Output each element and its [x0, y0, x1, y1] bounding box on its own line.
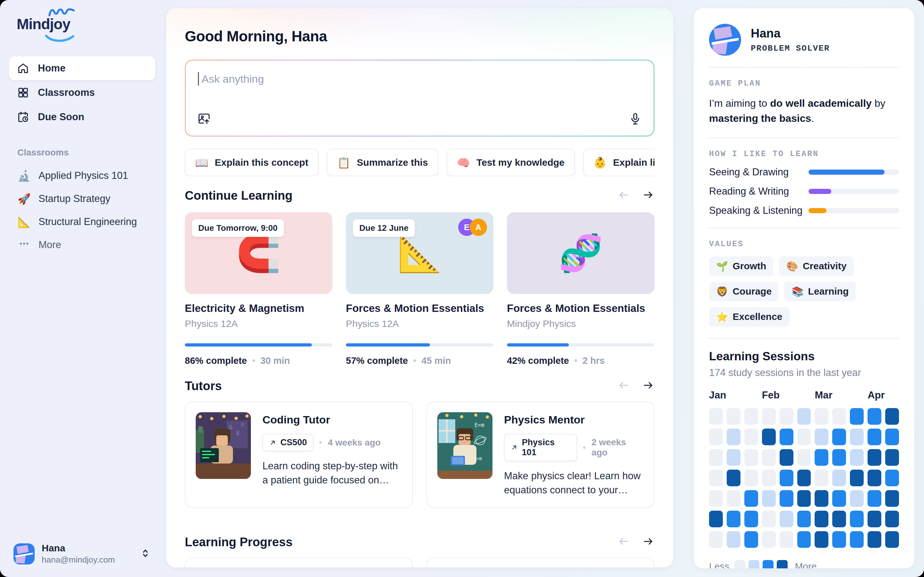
lesson-card[interactable]: Due 12 June E A 📐 Forces & Motion Essent…	[346, 212, 493, 366]
tutor-description: Learn coding step-by-step with a patient…	[262, 459, 402, 487]
values-label: VALUES	[709, 239, 899, 249]
chevron-up-down-icon	[140, 548, 151, 560]
due-badge: Due 12 June	[353, 219, 415, 237]
classroom-label: Structural Engineering	[39, 216, 137, 227]
sidebar-item-structural-engineering[interactable]: 📐 Structural Engineering	[9, 210, 155, 234]
lesson-thumbnail: 🧬	[507, 212, 654, 294]
tutor-last-used: 2 weeks ago	[591, 437, 644, 458]
heatmap-cell	[709, 429, 723, 445]
sidebar-item-home[interactable]: Home	[9, 56, 155, 80]
clipboard-icon: 📋	[337, 156, 351, 169]
heatmap-cell	[744, 490, 758, 507]
tutor-last-used: 4 weeks ago	[328, 438, 381, 448]
sidebar-item-startup-strategy[interactable]: 🚀 Startup Strategy	[9, 187, 155, 210]
heatmap-cell	[797, 408, 811, 425]
carousel-next-icon[interactable]	[642, 379, 654, 393]
learn-style-row: Speaking & Listening	[709, 205, 899, 216]
collaborator-avatars: E A	[458, 219, 487, 236]
sidebar-item-due-soon[interactable]: Due Soon	[9, 105, 155, 129]
chip-explain-like-im-5[interactable]: 👶 Explain like I’m 5	[583, 149, 654, 176]
game-plan-label: GAME PLAN	[709, 79, 899, 88]
leaderboard-card[interactable]: Leaderboard Time spent learning this wee…	[185, 558, 413, 567]
game-plan-text: I’m aiming to do well academically by ma…	[709, 96, 899, 126]
lesson-title: Forces & Motion Essentials	[507, 302, 654, 314]
lesson-card[interactable]: Due Tomorrow, 9:00 🧲 Electricity & Magne…	[185, 212, 333, 366]
tutor-card-coding[interactable]: Coding Tutor CS500 • 4 weeks ago Learn c…	[185, 401, 413, 508]
svg-text:E=m: E=m	[475, 422, 485, 428]
lesson-thumbnail: Due Tomorrow, 9:00 🧲	[185, 212, 333, 294]
sidebar-item-classrooms[interactable]: Classrooms	[9, 81, 155, 105]
carousel-next-icon[interactable]	[642, 535, 654, 549]
sidebar-nav: Home Classrooms Due Soon	[9, 56, 155, 129]
heatmap-cell	[814, 449, 829, 466]
tutor-card-physics[interactable]: E=m F=m	[426, 401, 654, 508]
profile-panel: Hana PROBLEM SOLVER GAME PLAN I’m aiming…	[694, 8, 914, 568]
lesson-course: Mindjoy Physics	[507, 318, 654, 329]
value-chip-courage[interactable]: 🦁Courage	[709, 282, 779, 301]
baby-icon: 👶	[594, 156, 607, 169]
heatmap-cell	[867, 408, 881, 425]
heatmap-cell	[867, 429, 881, 445]
carousel-prev-icon[interactable]	[617, 379, 630, 393]
heatmap-cell	[709, 531, 723, 548]
ask-input[interactable]: Ask anything	[186, 61, 654, 135]
tutor-course-tag[interactable]: CS500	[262, 434, 313, 451]
carousel-prev-icon[interactable]	[617, 189, 630, 203]
sidebar-item-more[interactable]: More	[9, 234, 155, 256]
learning-streak-card[interactable]: Learning Streak 174 study sessions in th…	[426, 558, 654, 567]
triangle-ruler-icon: 📐	[397, 235, 442, 271]
heatmap-cell	[885, 449, 899, 466]
lesson-card[interactable]: 🧬 Forces & Motion Essentials Mindjoy Phy…	[507, 212, 654, 366]
heatmap-cell	[832, 490, 846, 507]
avatar	[13, 543, 35, 564]
dotted-divider	[709, 137, 899, 139]
sessions-heatmap	[709, 408, 899, 548]
heatmap-cell	[797, 470, 811, 486]
image-upload-icon[interactable]	[197, 112, 211, 127]
heatmap-cell	[797, 429, 811, 445]
legend-swatch	[762, 560, 774, 568]
heatmap-legend-swatches	[734, 560, 788, 568]
heatmap-cell	[867, 531, 881, 548]
heatmap-cell	[814, 408, 829, 425]
section-title: Learning Progress	[185, 535, 292, 549]
learn-style-bar	[809, 189, 899, 194]
lesson-title: Electricity & Magnetism	[185, 302, 333, 314]
mindjoy-logo[interactable]: Mindjoy	[17, 15, 90, 36]
heatmap-cell	[850, 408, 864, 425]
sidebar: Mindjoy Home Classrooms	[0, 0, 164, 577]
dot-separator: •	[319, 438, 322, 448]
value-chip-creativity[interactable]: 🎨Creativity	[779, 256, 853, 276]
user-menu[interactable]: Hana hana@mindjoy.com	[9, 543, 155, 567]
heatmap-cell	[797, 511, 811, 527]
section-title: Continue Learning	[185, 189, 292, 203]
carousel-prev-icon[interactable]	[617, 535, 630, 549]
progress-bar	[346, 343, 493, 347]
time-remaining: 45 min	[422, 356, 451, 366]
carousel-next-icon[interactable]	[642, 189, 654, 203]
sessions-title: Learning Sessions	[709, 350, 899, 363]
heatmap-cell	[762, 449, 776, 466]
grid-icon	[17, 86, 29, 99]
main-panel: Good Morning, Hana Ask anything	[166, 8, 673, 567]
heatmap-cell	[832, 531, 846, 548]
heatmap-cell	[744, 511, 758, 527]
sidebar-item-applied-physics-101[interactable]: 🔬 Applied Physics 101	[9, 164, 155, 187]
value-chip-excellence[interactable]: ⭐Excellence	[709, 307, 790, 327]
heatmap-cell	[709, 449, 723, 466]
dot-separator: •	[413, 356, 416, 366]
tutor-course-tag[interactable]: Physics 101	[504, 434, 577, 461]
value-chip-learning[interactable]: 📚Learning	[784, 282, 856, 301]
ask-input-border: Ask anything	[185, 60, 654, 137]
lesson-course: Physics 12A	[346, 318, 493, 329]
chip-explain-this-concept[interactable]: 📖 Explain this concept	[185, 149, 318, 176]
logo-smile-icon	[44, 35, 75, 43]
value-chip-growth[interactable]: 🌱Growth	[709, 256, 773, 276]
palette-icon: 🎨	[786, 261, 798, 272]
profile-role: PROBLEM SOLVER	[751, 44, 830, 53]
heatmap-cell	[780, 531, 793, 548]
heatmap-cell	[814, 429, 829, 445]
chip-test-my-knowledge[interactable]: 🧠 Test my knowledge	[447, 149, 575, 176]
chip-summarize-this[interactable]: 📋 Summarize this	[327, 149, 438, 176]
mic-icon[interactable]	[628, 112, 642, 127]
